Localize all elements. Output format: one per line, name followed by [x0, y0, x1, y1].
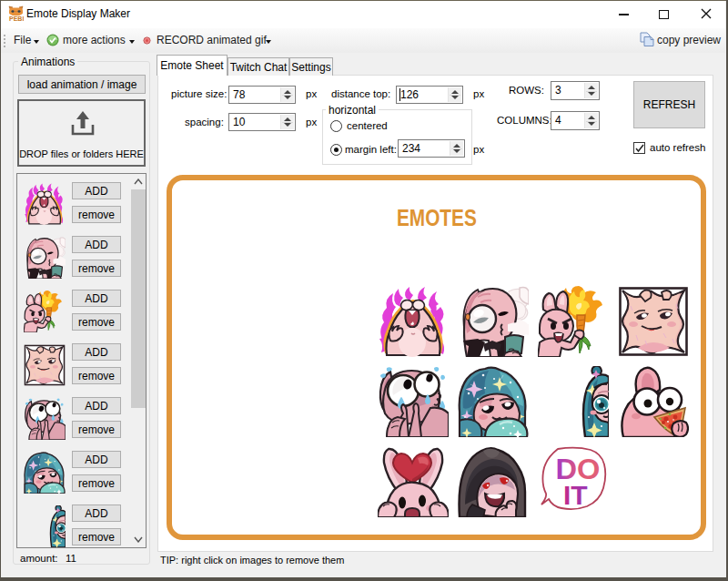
- svg-text:PEBI: PEBI: [9, 15, 24, 22]
